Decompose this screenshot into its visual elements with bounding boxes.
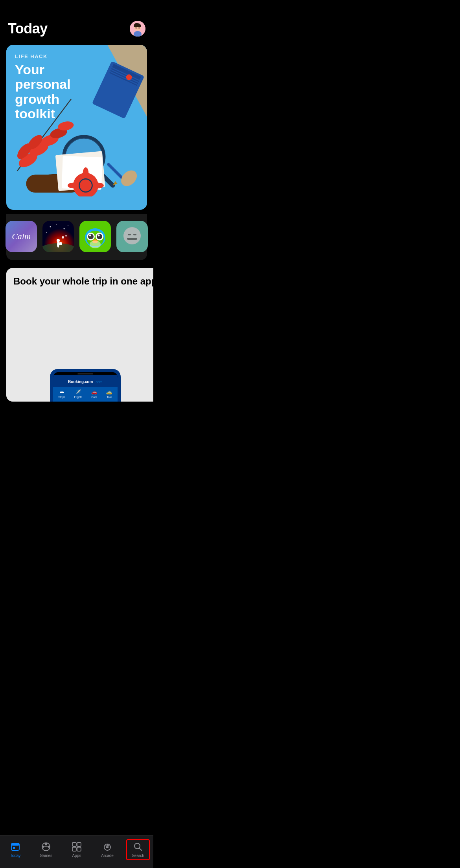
svg-point-54	[88, 234, 94, 239]
svg-point-47	[62, 236, 64, 239]
svg-point-61	[123, 227, 141, 244]
svg-rect-64	[127, 238, 137, 240]
svg-point-56	[89, 235, 91, 237]
app-icon-speeko[interactable]	[116, 221, 148, 252]
nav-cars: 🚗 Cars	[91, 389, 97, 398]
svg-point-43	[46, 232, 47, 233]
header: Today	[0, 0, 153, 41]
story-card-1-text: Book your whole trip in one app	[6, 268, 153, 293]
app-icons-row: Calm	[6, 214, 147, 260]
svg-point-55	[97, 234, 102, 239]
page-title: Today	[8, 20, 48, 37]
svg-point-31	[83, 167, 89, 178]
svg-point-42	[68, 225, 68, 226]
svg-point-41	[64, 228, 65, 229]
svg-point-34	[93, 183, 104, 189]
story-cards-container[interactable]: Book your whole trip in one app Booking.…	[6, 268, 153, 406]
svg-point-59	[90, 240, 101, 248]
hero-label: LIFE HACK	[15, 53, 94, 59]
booking-brand-1: Booking.com	[68, 380, 93, 384]
app-icon-altos[interactable]	[42, 221, 74, 252]
svg-rect-63	[133, 234, 136, 235]
story-section: Book your whole trip in one app Booking.…	[0, 268, 153, 406]
svg-point-46	[57, 239, 60, 242]
story-card-1-title: Book your whole trip in one app	[13, 276, 153, 287]
nav-taxi: 🚕 Taxi	[106, 389, 112, 398]
app-icon-calm[interactable]: Calm	[6, 221, 37, 252]
hero-content: LIFE HACK Your personal growth toolkit	[15, 53, 94, 121]
nav-stays: 🛏 Stays	[58, 389, 65, 398]
hero-card[interactable]: LIFE HACK Your personal growth toolkit	[6, 45, 147, 210]
svg-point-39	[50, 226, 51, 228]
hero-title: Your personal growth toolkit	[15, 62, 94, 121]
svg-point-48	[65, 235, 67, 237]
story-card-1[interactable]: Book your whole trip in one app Booking.…	[6, 268, 153, 402]
app-icon-duolingo[interactable]	[79, 221, 111, 252]
nav-flights: ✈️ Flights	[74, 389, 83, 398]
svg-point-57	[98, 235, 100, 237]
svg-point-40	[56, 224, 57, 225]
svg-point-33	[68, 183, 79, 189]
svg-rect-62	[128, 234, 131, 235]
svg-point-26	[126, 74, 132, 80]
svg-point-45	[57, 241, 59, 248]
avatar[interactable]	[130, 21, 145, 37]
